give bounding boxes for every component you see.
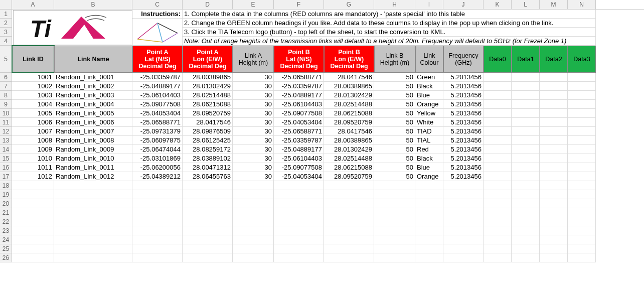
cell-d1[interactable] [512,145,540,154]
empty-cell[interactable] [540,181,568,190]
instr-3[interactable]: 3. Click the TIA Telecom logo (button) -… [183,28,596,37]
rowhead-8[interactable]: 8 [0,91,12,100]
empty-cell[interactable] [415,190,443,199]
rowhead-25[interactable]: 25 [0,244,12,253]
cell-d0[interactable] [484,127,512,136]
cell-d3[interactable] [568,172,596,181]
cell-d2[interactable] [540,118,568,127]
cell-alon[interactable]: 28.06455763 [183,172,233,181]
cell-freq[interactable]: 5.2013456 [443,163,484,172]
empty-cell[interactable] [443,208,484,217]
cell-d0[interactable] [484,145,512,154]
hdr-lb-h[interactable]: Link BHeight (m) [374,46,415,73]
cell-alat[interactable]: -25.09077508 [132,100,183,109]
empty-cell[interactable] [374,208,415,217]
cell-link-name[interactable]: Random_Link_0010 [54,154,132,163]
cell-blon[interactable]: 28.01302429 [324,145,374,154]
empty-cell[interactable] [132,208,183,217]
empty-cell[interactable] [233,244,274,253]
empty-cell[interactable] [54,208,132,217]
cell-alat[interactable]: -25.06097875 [132,136,183,145]
empty-cell[interactable] [183,235,233,244]
empty-cell[interactable] [324,190,374,199]
cell-d0[interactable] [484,100,512,109]
empty-cell[interactable] [484,181,512,190]
rowhead-16[interactable]: 16 [0,163,12,172]
cell-blon[interactable]: 28.01302429 [324,91,374,100]
empty-cell[interactable] [374,235,415,244]
cell-link-name[interactable]: Random_Link_0003 [54,91,132,100]
cell-d3[interactable] [568,73,596,82]
cell-ah[interactable]: 30 [233,145,274,154]
cell-blon[interactable]: 28.06215088 [324,163,374,172]
cell-alat[interactable]: -25.06200056 [132,163,183,172]
hdr-link-id[interactable]: Link ID [12,46,54,73]
cell-d1[interactable] [512,118,540,127]
cell-blat[interactable]: -25.04889177 [274,91,324,100]
cell-bh[interactable]: 50 [374,127,415,136]
cell-alat[interactable]: -25.03101869 [132,154,183,163]
empty-cell[interactable] [12,226,54,235]
cell-d2[interactable] [540,163,568,172]
empty-cell[interactable] [512,253,540,262]
note[interactable]: Note: Out of range heights of the transm… [183,37,596,46]
rowhead-1[interactable]: 1 [0,10,12,19]
cell-alat[interactable]: -25.04889177 [132,82,183,91]
empty-cell[interactable] [54,226,132,235]
cell-d1[interactable] [512,136,540,145]
cell-d3[interactable] [568,163,596,172]
empty-cell[interactable] [54,217,132,226]
rowhead-24[interactable]: 24 [0,235,12,244]
empty-cell[interactable] [415,199,443,208]
cell-colour[interactable]: Orange [415,172,443,181]
cell-colour[interactable]: Yellow [415,109,443,118]
empty-cell[interactable] [324,208,374,217]
empty-cell[interactable] [183,244,233,253]
empty-cell[interactable] [484,208,512,217]
empty-cell[interactable] [12,235,54,244]
cell-freq[interactable]: 5.2013456 [443,91,484,100]
empty-cell[interactable] [132,253,183,262]
cell-d3[interactable] [568,145,596,154]
cell-alon[interactable]: 28.08259172 [183,145,233,154]
empty-cell[interactable] [374,244,415,253]
empty-cell[interactable] [54,190,132,199]
cell-alon[interactable]: 28.00389865 [183,73,233,82]
cell-d2[interactable] [540,172,568,181]
rowhead-20[interactable]: 20 [0,199,12,208]
cell-link-id[interactable]: 1011 [12,163,54,172]
cell-ah[interactable]: 30 [233,136,274,145]
cell-blat[interactable]: -25.06104403 [274,100,324,109]
cell-colour[interactable]: White [415,118,443,127]
empty-cell[interactable] [274,226,324,235]
cell-freq[interactable]: 5.2013456 [443,82,484,91]
empty-cell[interactable] [540,253,568,262]
empty-cell[interactable] [540,226,568,235]
cell-link-name[interactable]: Random_Link_0002 [54,82,132,91]
empty-cell[interactable] [274,235,324,244]
empty-cell[interactable] [183,199,233,208]
cell-bh[interactable]: 50 [374,145,415,154]
cell-d1[interactable] [512,109,540,118]
cell-link-id[interactable]: 1004 [12,100,54,109]
rowhead-10[interactable]: 10 [0,109,12,118]
empty-cell[interactable] [54,244,132,253]
empty-cell[interactable] [443,199,484,208]
cell-link-id[interactable]: 1010 [12,154,54,163]
empty-cell[interactable] [233,181,274,190]
cell-blat[interactable]: -25.04889177 [274,145,324,154]
instr-2[interactable]: 2. Change the GREEN column headings if y… [183,19,596,28]
cell-d0[interactable] [484,163,512,172]
empty-cell[interactable] [443,190,484,199]
rowhead-17[interactable]: 17 [0,172,12,181]
hdr-link-colour[interactable]: LinkColour [415,46,443,73]
empty-cell[interactable] [374,190,415,199]
cell-d0[interactable] [484,82,512,91]
cell-d0[interactable] [484,118,512,127]
empty-cell[interactable] [132,190,183,199]
hdr-freq[interactable]: Frequency(GHz) [443,46,484,73]
cell-link-id[interactable]: 1007 [12,127,54,136]
rowhead-7[interactable]: 7 [0,82,12,91]
empty-cell[interactable] [324,181,374,190]
cell-colour[interactable]: TIAL [415,136,443,145]
